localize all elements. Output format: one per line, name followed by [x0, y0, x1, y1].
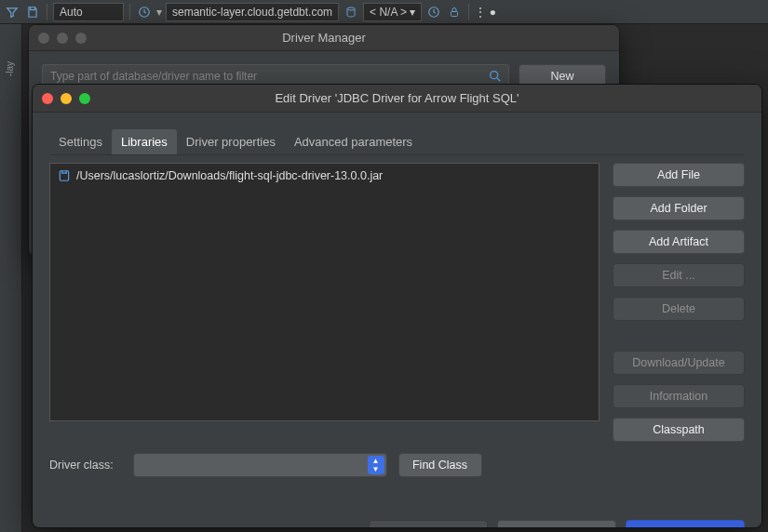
- combo-stepper-icon[interactable]: ▲▼: [368, 456, 384, 474]
- edit-library-button: Edit ...: [613, 263, 745, 287]
- find-class-button[interactable]: Find Class: [398, 453, 482, 477]
- reset-defaults-button: Reset to Defaults: [369, 520, 488, 528]
- driver-class-combo[interactable]: ▲▼: [133, 453, 387, 477]
- information-button: Information: [613, 384, 745, 408]
- lock-icon[interactable]: [446, 4, 463, 20]
- edit-driver-title-bar: Edit Driver 'JDBC Driver for Arrow Fligh…: [33, 85, 761, 113]
- driver-tabs: Settings Libraries Driver properties Adv…: [49, 129, 745, 155]
- commit-mode-combo[interactable]: Auto: [53, 3, 124, 21]
- jar-file-icon: [58, 169, 71, 182]
- svg-rect-5: [60, 171, 68, 181]
- edit-driver-title: Edit Driver 'JDBC Driver for Arrow Fligh…: [275, 91, 519, 105]
- filter-icon[interactable]: [4, 4, 20, 20]
- ide-left-gutter: -lay: [0, 24, 22, 532]
- edit-driver-dialog: Edit Driver 'JDBC Driver for Arrow Fligh…: [32, 84, 762, 528]
- search-icon: [488, 69, 503, 84]
- driver-class-label: Driver class:: [49, 459, 122, 472]
- svg-point-1: [347, 7, 355, 10]
- list-item[interactable]: /Users/lucaslortiz/Downloads/flight-sql-…: [58, 169, 591, 182]
- db-icon: [343, 4, 359, 20]
- clock-icon[interactable]: [425, 4, 442, 20]
- driver-manager-title-bar: Driver Manager: [29, 25, 619, 51]
- svg-point-4: [491, 72, 498, 79]
- schema-chip[interactable]: < N/A > ▾: [363, 3, 422, 21]
- delete-library-button: Delete: [613, 297, 745, 321]
- driver-manager-title: Driver Manager: [282, 31, 366, 45]
- save-icon[interactable]: [24, 4, 41, 20]
- library-file-list[interactable]: /Users/lucaslortiz/Downloads/flight-sql-…: [49, 163, 600, 421]
- add-folder-button[interactable]: Add Folder: [613, 196, 745, 220]
- minimize-icon[interactable]: [57, 33, 68, 44]
- tab-libraries[interactable]: Libraries: [112, 129, 177, 154]
- svg-rect-3: [451, 11, 458, 16]
- tab-advanced-parameters[interactable]: Advanced parameters: [285, 129, 422, 154]
- tab-driver-properties[interactable]: Driver properties: [177, 129, 285, 154]
- minimize-icon[interactable]: [61, 93, 72, 104]
- add-artifact-button[interactable]: Add Artifact: [613, 230, 745, 254]
- library-file-path: /Users/lucaslortiz/Downloads/flight-sql-…: [76, 169, 383, 182]
- zoom-icon[interactable]: [75, 33, 87, 44]
- close-icon[interactable]: [38, 33, 49, 44]
- app-toolbar: Auto ▾ semantic-layer.cloud.getdbt.com <…: [0, 0, 768, 24]
- zoom-icon[interactable]: [79, 93, 90, 104]
- connection-host-chip[interactable]: semantic-layer.cloud.getdbt.com: [166, 3, 339, 21]
- close-icon[interactable]: [42, 93, 53, 104]
- ok-button[interactable]: OK: [626, 520, 745, 528]
- add-file-button[interactable]: Add File: [613, 163, 745, 187]
- cancel-button[interactable]: Cancel: [497, 520, 616, 528]
- history-icon[interactable]: [136, 4, 153, 20]
- download-update-button: Download/Update: [613, 351, 745, 375]
- classpath-button[interactable]: Classpath: [613, 418, 745, 442]
- tab-settings[interactable]: Settings: [49, 129, 112, 154]
